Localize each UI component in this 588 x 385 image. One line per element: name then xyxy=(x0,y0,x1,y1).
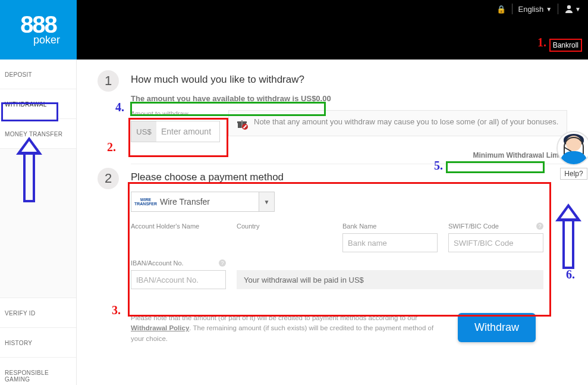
svg-point-0 xyxy=(567,5,571,9)
sidebar: DEPOSIT WITHDRAWAL MONEY TRANSFER VERIFY… xyxy=(0,60,77,385)
footer-policy-text: Please note that the amount (or part of … xyxy=(131,313,440,344)
iban-input[interactable] xyxy=(131,270,226,289)
step2-title: Please choose a payment method xyxy=(131,171,567,183)
wire-transfer-icon: WIRETRANSFER xyxy=(131,198,160,206)
language-selector[interactable]: English ▼ xyxy=(518,5,552,14)
annotation-4: 4. xyxy=(115,101,124,114)
user-icon xyxy=(564,4,574,14)
withdraw-button[interactable]: Withdraw xyxy=(458,313,536,342)
annotation-3: 3. xyxy=(112,303,121,317)
sidebar-item-withdrawal[interactable]: WITHDRAWAL xyxy=(0,89,76,119)
chevron-down-icon: ▼ xyxy=(259,192,274,211)
amount-input-wrap: US$ xyxy=(131,121,220,142)
currency-prefix: US$ xyxy=(131,121,156,142)
lock-icon: 🔒 xyxy=(496,5,506,14)
footer: Please note that the amount (or part of … xyxy=(98,313,567,344)
payment-method-select[interactable]: WIRETRANSFER Wire Transfer ▼ xyxy=(131,192,275,212)
sidebar-bottom: VERIFY ID HISTORY RESPONSIBLE GAMING xyxy=(0,298,76,385)
bonus-warning: Note that any amount you withdraw may ca… xyxy=(228,110,567,136)
help-icon[interactable]: ? xyxy=(536,223,543,230)
sidebar-item-money-transfer[interactable]: MONEY TRANSFER xyxy=(0,119,76,149)
header: 888 poker 🔒 English ▼ ▼ Bankroll 1. xyxy=(0,0,588,60)
sidebar-spacer xyxy=(0,149,76,298)
available-prefix: The amount you have available to withdra… xyxy=(131,94,301,103)
available-amount: US$0.00 xyxy=(301,94,331,103)
bankroll-wrapper: Bankroll xyxy=(549,39,582,50)
available-balance-line: The amount you have available to withdra… xyxy=(131,94,567,103)
bank-name-label: Bank Name xyxy=(342,223,438,230)
annotation-1: 1. xyxy=(537,36,546,49)
country-label: Country xyxy=(237,223,332,230)
user-menu[interactable]: ▼ xyxy=(564,4,581,14)
support-agent-icon[interactable] xyxy=(556,131,588,165)
step-2: 2 Please choose a payment method WIRETRA… xyxy=(98,168,567,289)
sidebar-item-deposit[interactable]: DEPOSIT xyxy=(0,60,76,89)
chevron-down-icon: ▼ xyxy=(546,6,552,12)
help-widget: Help? xyxy=(556,131,588,180)
step1-title: How much would you like to withdraw? xyxy=(131,74,567,86)
main-content: 1 How much would you like to withdraw? T… xyxy=(77,60,588,385)
swift-label: SWIFT/BIC Code? xyxy=(448,223,543,230)
header-controls: 🔒 English ▼ ▼ xyxy=(496,4,581,14)
language-label: English xyxy=(518,5,544,14)
gift-forbidden-icon xyxy=(236,118,248,130)
holder-name-label: Account Holder's Name xyxy=(131,223,226,230)
min-withdrawal-limits-link[interactable]: Minimum Withdrawal Limits xyxy=(473,151,567,159)
divider xyxy=(131,164,567,164)
bank-name-input[interactable] xyxy=(342,233,438,252)
sidebar-item-history[interactable]: HISTORY xyxy=(0,327,76,357)
withdrawal-policy-link[interactable]: Withdrawal Policy xyxy=(131,324,189,331)
country-value xyxy=(237,233,332,252)
help-icon[interactable]: ? xyxy=(219,259,226,267)
amount-label: Amount to withdraw xyxy=(131,110,220,117)
logo-text-bottom: poker xyxy=(33,34,60,46)
bonus-warning-text: Note that any amount you withdraw may ca… xyxy=(254,117,558,130)
paid-currency-note: Your withdrawal will be paid in US$ xyxy=(237,270,543,289)
iban-label: IBAN/Account No.? xyxy=(131,259,226,267)
step-number-2: 2 xyxy=(98,168,119,189)
amount-input[interactable] xyxy=(156,121,219,142)
brand-logo[interactable]: 888 poker xyxy=(0,0,77,60)
payment-method-label: Wire Transfer xyxy=(160,197,210,206)
separator xyxy=(558,4,558,14)
step-1: 1 How much would you like to withdraw? T… xyxy=(98,70,567,160)
holder-name-value xyxy=(131,233,226,252)
sidebar-item-verify-id[interactable]: VERIFY ID xyxy=(0,298,76,327)
sidebar-item-responsible-gaming[interactable]: RESPONSIBLE GAMING xyxy=(0,357,76,385)
bankroll-button[interactable]: Bankroll xyxy=(549,39,582,52)
annotation-6: 6. xyxy=(566,268,575,281)
payment-fields: Account Holder's Name Country Bank Name … xyxy=(131,223,567,289)
logo-text-top: 888 xyxy=(20,14,56,35)
swift-input[interactable] xyxy=(448,233,543,252)
annotation-5: 5. xyxy=(434,159,443,173)
chevron-down-icon: ▼ xyxy=(575,6,581,12)
annotation-2: 2. xyxy=(107,140,116,154)
help-button[interactable]: Help? xyxy=(560,168,587,180)
separator xyxy=(512,4,512,14)
step-number-1: 1 xyxy=(98,70,119,92)
amount-block: Amount to withdraw US$ xyxy=(131,110,220,142)
